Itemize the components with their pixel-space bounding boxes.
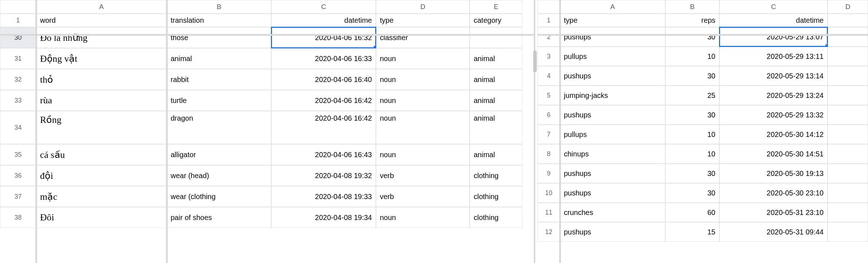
cell-word[interactable]: rùa	[36, 90, 167, 111]
cell-datetime[interactable]: 2020-05-29 13:14	[719, 66, 828, 86]
header-datetime[interactable]: datetime	[271, 14, 376, 27]
cell-datetime[interactable]: 2020-04-08 19:32	[271, 165, 376, 186]
row-header[interactable]: 7	[538, 125, 560, 144]
cell-empty[interactable]	[828, 27, 868, 47]
cell-translation[interactable]: alligator	[167, 144, 271, 165]
cell-reps[interactable]: 15	[665, 222, 719, 242]
header-word[interactable]: word	[36, 14, 167, 27]
col-header-D[interactable]: D	[376, 0, 470, 14]
cell-datetime[interactable]: 2020-04-06 16:33	[271, 48, 376, 69]
select-all-corner[interactable]	[0, 0, 36, 14]
cell-word[interactable]: Đó là những	[36, 27, 167, 48]
cell-empty[interactable]	[828, 164, 868, 183]
cell-type[interactable]: pushups	[560, 183, 665, 203]
cell-translation[interactable]: dragon	[167, 111, 271, 144]
cell-category[interactable]: clothing	[470, 165, 522, 186]
freeze-bar-vertical-2[interactable]	[166, 0, 168, 263]
cell-word[interactable]: mặc	[36, 186, 167, 207]
row-header[interactable]: 11	[538, 203, 560, 222]
cell-type[interactable]: pullups	[560, 125, 665, 144]
cell-reps[interactable]: 30	[665, 164, 719, 183]
col-header-A[interactable]: A	[560, 0, 665, 14]
row-header[interactable]: 8	[538, 144, 560, 164]
cell-type[interactable]: chinups	[560, 144, 665, 164]
cell-type[interactable]: pullups	[560, 47, 665, 66]
cell-type[interactable]: pushups	[560, 105, 665, 125]
cell-translation[interactable]: wear (clothing	[167, 186, 271, 207]
header-translation[interactable]: translation	[167, 14, 271, 27]
cell-translation[interactable]: turtle	[167, 90, 271, 111]
cell-datetime[interactable]: 2020-04-06 16:42	[271, 111, 376, 144]
row-header[interactable]: 3	[538, 47, 560, 66]
cell-empty[interactable]	[828, 47, 868, 66]
col-header-A[interactable]: A	[36, 0, 167, 14]
row-header[interactable]: 2	[538, 27, 560, 47]
cell-datetime[interactable]: 2020-04-06 16:42	[271, 90, 376, 111]
col-header-E[interactable]: E	[470, 0, 522, 14]
row-header[interactable]: 9	[538, 164, 560, 183]
cell-type[interactable]: pushups	[560, 66, 665, 86]
cell-type[interactable]: noun	[376, 90, 470, 111]
cell-empty[interactable]	[828, 222, 868, 242]
cell-category[interactable]: animal	[470, 48, 522, 69]
cell-datetime[interactable]: 2020-04-08 19:34	[271, 207, 376, 228]
row-header-1[interactable]: 1	[0, 14, 36, 27]
row-header[interactable]: 38	[0, 207, 36, 228]
cell-type[interactable]: pushups	[560, 164, 665, 183]
cell-category[interactable]	[470, 27, 522, 48]
cell-type[interactable]: verb	[376, 186, 470, 207]
col-header-C[interactable]: C	[271, 0, 376, 14]
row-header[interactable]: 35	[0, 144, 36, 165]
cell-reps[interactable]: 10	[665, 47, 719, 66]
col-header-B[interactable]: B	[665, 0, 719, 14]
cell-reps[interactable]: 30	[665, 66, 719, 86]
pane-divider[interactable]	[534, 0, 538, 263]
cell-type[interactable]: verb	[376, 165, 470, 186]
row-header[interactable]: 6	[538, 105, 560, 125]
header-reps[interactable]: reps	[665, 14, 719, 27]
cell-category[interactable]: animal	[470, 144, 522, 165]
cell-datetime[interactable]: 2020-05-30 14:12	[719, 125, 828, 144]
cell-category[interactable]: animal	[470, 111, 522, 144]
cell-translation[interactable]: pair of shoes	[167, 207, 271, 228]
cell-empty[interactable]	[828, 183, 868, 203]
cell-datetime[interactable]: 2020-05-29 13:11	[719, 47, 828, 66]
cell-datetime[interactable]: 2020-05-29 13:07	[719, 27, 828, 47]
freeze-bar-horizontal[interactable]	[0, 34, 534, 36]
cell-type[interactable]: pushups	[560, 27, 665, 47]
cell-type[interactable]: noun	[376, 69, 470, 90]
row-header[interactable]: 33	[0, 90, 36, 111]
cell-reps[interactable]: 10	[665, 125, 719, 144]
cell-type[interactable]: noun	[376, 111, 470, 144]
selection-handle[interactable]	[374, 46, 376, 48]
header-datetime[interactable]: datetime	[719, 14, 828, 27]
cell-empty[interactable]	[828, 105, 868, 125]
cell-empty[interactable]	[828, 203, 868, 222]
header-empty-D[interactable]	[828, 14, 868, 27]
cell-datetime[interactable]: 2020-05-30 19:13	[719, 164, 828, 183]
cell-type[interactable]: noun	[376, 144, 470, 165]
cell-word[interactable]: cá sấu	[36, 144, 167, 165]
cell-word[interactable]: thỏ	[36, 69, 167, 90]
header-type[interactable]: type	[560, 14, 665, 27]
cell-datetime[interactable]: 2020-05-31 23:10	[719, 203, 828, 222]
cell-category[interactable]: animal	[470, 90, 522, 111]
row-header[interactable]: 36	[0, 165, 36, 186]
cell-type[interactable]: crunches	[560, 203, 665, 222]
cell-datetime[interactable]: 2020-05-29 13:24	[719, 86, 828, 105]
cell-datetime[interactable]: 2020-05-30 23:10	[719, 183, 828, 203]
cell-type[interactable]: noun	[376, 48, 470, 69]
col-header-C[interactable]: C	[719, 0, 828, 14]
row-header[interactable]: 32	[0, 69, 36, 90]
cell-datetime[interactable]: 2020-05-30 14:51	[719, 144, 828, 164]
cell-datetime[interactable]: 2020-04-08 19:33	[271, 186, 376, 207]
cell-datetime[interactable]: 2020-05-31 09:44	[719, 222, 828, 242]
row-header[interactable]: 34	[0, 111, 36, 144]
cell-translation[interactable]: animal	[167, 48, 271, 69]
cell-translation[interactable]: wear (head)	[167, 165, 271, 186]
row-header[interactable]: 30	[0, 27, 36, 48]
cell-reps[interactable]: 30	[665, 27, 719, 47]
select-all-corner[interactable]	[538, 0, 560, 14]
row-header-1[interactable]: 1	[538, 14, 560, 27]
freeze-bar-vertical[interactable]	[559, 0, 561, 263]
